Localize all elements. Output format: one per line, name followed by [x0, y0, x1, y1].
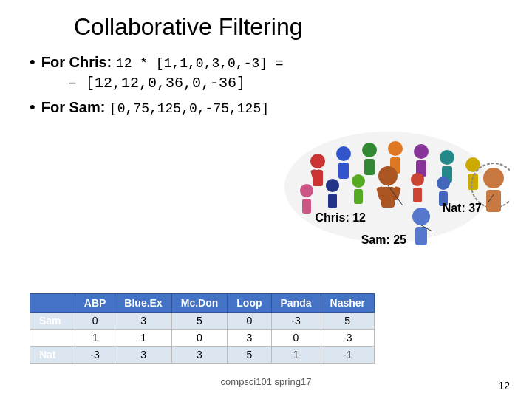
table-cell-r0-c3: 5 [171, 313, 228, 330]
table-cell-r2-c6: -1 [321, 347, 374, 364]
main-container: Collaborative Filtering • For Chris: 12 … [0, 0, 532, 399]
bullet-line-chris: • For Chris: 12 * [1,1,0,3,0,-3] = [30, 52, 502, 72]
table-cell-r1-c1: 1 [75, 330, 115, 347]
table-cell-r2-c3: 3 [171, 347, 228, 364]
bullet-line-sam: • For Sam: [0,75,125,0,-75,125] [30, 98, 502, 117]
table-cell-r0-c5: -3 [271, 313, 321, 330]
svg-rect-8 [364, 159, 375, 175]
page-title: Collaborative Filtering [74, 13, 502, 41]
table-cell-r2-c0: Nat [30, 347, 75, 364]
bullet-chris-result: – [12,12,0,36,0,-36] [30, 75, 502, 92]
label-nat: Nat: 37 [443, 202, 482, 215]
svg-point-23 [378, 166, 398, 185]
col-header-mcdon: Mc.Don [171, 294, 228, 313]
svg-point-17 [300, 184, 313, 197]
table-section: ABP Blue.Ex Mc.Don Loop Panda Nasher Sam… [30, 293, 375, 364]
svg-point-21 [352, 174, 365, 188]
table-row: Chris11030-3 [30, 330, 375, 347]
svg-point-13 [440, 150, 454, 165]
table-cell-r0-c4: 0 [228, 313, 271, 330]
svg-point-5 [336, 146, 351, 161]
col-header-blueex: Blue.Ex [115, 294, 171, 313]
bullet-chris-text: For Chris: 12 * [1,1,0,3,0,-3] = [41, 54, 284, 71]
label-chris: Chris: 12 [316, 211, 366, 225]
middle-section: Chris: 12 Nat: 37 Sam: 25 [30, 124, 502, 242]
svg-rect-28 [413, 188, 422, 202]
table-cell-r1-c6: -3 [321, 330, 374, 347]
col-header-loop: Loop [228, 294, 271, 313]
bullet-chris: • For Chris: 12 * [1,1,0,3,0,-3] = – [12… [30, 52, 502, 92]
svg-point-34 [412, 208, 430, 225]
table-cell-r1-c2: 1 [115, 330, 171, 347]
table-cell-r2-c5: 1 [271, 347, 321, 364]
col-header-abp: ABP [75, 294, 115, 313]
table-cell-r1-c4: 3 [228, 330, 271, 347]
bullet-sam-text: For Sam: [0,75,125,0,-75,125] [41, 99, 269, 116]
table-cell-r2-c4: 5 [228, 347, 271, 364]
svg-point-29 [437, 177, 450, 190]
svg-point-9 [388, 141, 403, 156]
people-illustration [273, 120, 510, 250]
table-cell-r1-c3: 0 [171, 330, 228, 347]
table-cell-r2-c1: -3 [75, 347, 115, 364]
svg-point-19 [326, 179, 339, 192]
table-cell-r0-c1: 0 [75, 313, 115, 330]
svg-rect-35 [415, 227, 427, 245]
label-sam: Sam: 25 [361, 233, 406, 247]
svg-point-7 [362, 143, 377, 157]
svg-point-11 [414, 144, 429, 159]
svg-rect-16 [468, 174, 478, 190]
table-cell-r2-c2: 3 [115, 347, 171, 364]
svg-point-27 [411, 173, 424, 186]
table-cell-r1-c5: 0 [271, 330, 321, 347]
table-cell-r0-c2: 3 [115, 313, 171, 330]
col-header-name [30, 294, 75, 313]
svg-point-1 [310, 154, 325, 168]
footer-text: compsci101 spring17 [221, 376, 312, 387]
svg-rect-33 [486, 190, 501, 212]
table-cell-r0-c6: 5 [321, 313, 374, 330]
svg-rect-18 [302, 199, 311, 214]
page-number: 12 [498, 380, 510, 392]
bullet-symbol-1: • [30, 52, 35, 72]
data-table: ABP Blue.Ex Mc.Don Loop Panda Nasher Sam… [30, 293, 375, 364]
bullet-symbol-2: • [30, 98, 35, 117]
svg-rect-6 [338, 163, 349, 179]
col-header-nasher: Nasher [321, 294, 374, 313]
svg-rect-20 [328, 194, 337, 208]
table-cell-r0-c0: Sam [30, 313, 75, 330]
table-row: Nat-33351-1 [30, 347, 375, 364]
table-cell-r1-c0: Chris [30, 330, 75, 347]
svg-rect-22 [354, 189, 363, 204]
col-header-panda: Panda [271, 294, 321, 313]
table-row: Sam0350-35 [30, 313, 375, 330]
svg-point-32 [483, 168, 504, 188]
bullet-sam: • For Sam: [0,75,125,0,-75,125] [30, 98, 502, 117]
